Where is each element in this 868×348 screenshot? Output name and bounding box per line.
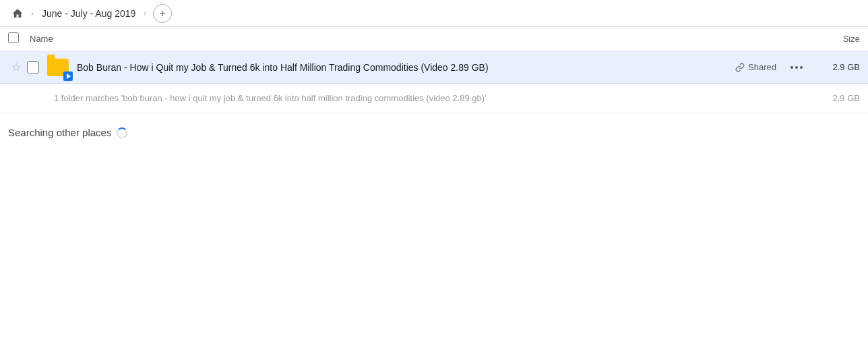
star-button[interactable]: ☆	[8, 59, 24, 76]
add-icon: +	[160, 7, 166, 20]
home-button[interactable]	[8, 4, 27, 23]
select-all-checkbox[interactable]	[8, 32, 19, 43]
breadcrumb-item-1[interactable]: June - July - Aug 2019	[38, 7, 140, 20]
link-icon	[735, 63, 745, 72]
file-name: Bob Buran - How i Quit my Job & Turned 6…	[77, 62, 730, 73]
searching-title: Searching other places	[8, 127, 860, 138]
subfolder-row[interactable]: 1 folder matches 'bob buran - how i quit…	[0, 84, 868, 113]
file-size: 2.9 GB	[806, 62, 860, 72]
star-icon: ☆	[11, 61, 21, 74]
breadcrumb-bar: › June - July - Aug 2019 › +	[0, 0, 868, 27]
file-checkbox[interactable]	[27, 61, 39, 74]
subfolder-size: 2.9 GB	[806, 93, 860, 103]
svg-point-0	[790, 66, 793, 69]
column-headers: Name Size	[0, 27, 868, 51]
more-button[interactable]	[787, 58, 806, 77]
breadcrumb-sep-1: ›	[31, 9, 34, 18]
loading-spinner	[117, 127, 127, 138]
searching-section: Searching other places	[0, 113, 868, 146]
file-row[interactable]: ☆ Bob Buran - How i Quit my Job & Turned…	[0, 51, 868, 84]
add-button[interactable]: +	[153, 4, 172, 23]
file-icon-wrapper	[46, 55, 70, 80]
svg-point-2	[800, 66, 803, 69]
column-name-header: Name	[30, 34, 806, 44]
more-dots-icon	[790, 66, 803, 69]
column-size-header: Size	[806, 34, 860, 44]
header-checkbox-area[interactable]	[8, 32, 24, 45]
shared-badge: Shared	[730, 60, 782, 74]
breadcrumb-sep-2: ›	[144, 9, 146, 18]
subfolder-text: 1 folder matches 'bob buran - how i quit…	[54, 93, 806, 103]
video-badge	[63, 71, 73, 81]
shared-label: Shared	[748, 62, 776, 72]
play-icon	[67, 74, 71, 79]
searching-label: Searching other places	[8, 127, 111, 138]
svg-point-1	[795, 66, 798, 69]
